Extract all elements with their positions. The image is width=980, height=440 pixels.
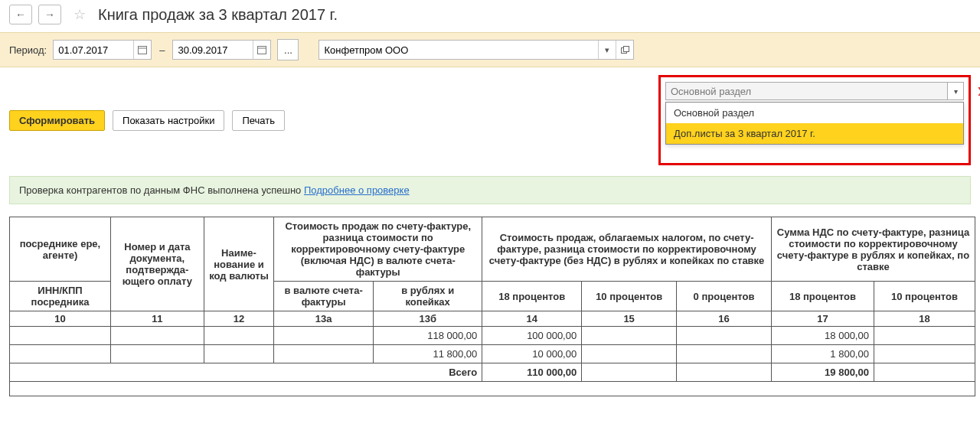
col11-header: Номер и дата документа, подтвержда­ющего… (110, 217, 204, 311)
section-dropdown-item-main[interactable]: Основной раздел (666, 103, 963, 123)
colnum-12: 12 (204, 311, 273, 327)
check-status-text: Проверка контрагентов по данным ФНС выпо… (19, 184, 304, 196)
calendar-icon[interactable] (133, 41, 151, 59)
show-settings-button[interactable]: Показать настройки (113, 110, 224, 131)
col17-header: 18 процентов (771, 282, 874, 311)
total-label: Всего (10, 363, 482, 382)
colnum-13a: 13а (274, 311, 374, 327)
section-dropdown-selected: Основной раздел (666, 86, 947, 97)
table-row: 11 800,00 10 000,00 1 800,00 (10, 345, 975, 363)
col18-header: 10 процентов (874, 282, 975, 311)
colnum-14: 14 (482, 311, 582, 327)
svg-rect-5 (623, 46, 629, 51)
chevron-down-icon[interactable]: ▾ (947, 83, 963, 99)
section-dropdown-item-additional[interactable]: Доп.листы за 3 квартал 2017 г. (666, 123, 963, 144)
col14-16-header-top: Стоимость продаж, облагаемых налогом, по… (482, 217, 772, 282)
check-status-bar: Проверка контрагентов по данным ФНС выпо… (9, 176, 971, 204)
cell-13b: 11 800,00 (374, 345, 482, 363)
generate-button[interactable]: Сформировать (9, 110, 105, 131)
date-from-input[interactable] (54, 44, 133, 56)
period-bar: Период: – ... ▾ (0, 32, 980, 67)
date-to-field[interactable] (172, 40, 271, 60)
cell-17: 18 000,00 (771, 327, 874, 345)
period-label: Период: (9, 44, 47, 56)
colnum-11: 11 (110, 311, 204, 327)
print-button[interactable]: Печать (232, 110, 285, 131)
col17-18-header-top: Сумма НДС по счету-фактуре, разница стои… (771, 217, 975, 282)
section-dropdown-highlight: Основной раздел ▾ Основной раздел Доп.ли… (658, 75, 971, 165)
colnum-18: 18 (874, 311, 975, 327)
col13-header-top: Стоимость продаж по счету-фактуре, разни… (274, 217, 482, 282)
svg-rect-2 (258, 47, 266, 54)
cell-13b: 118 000,00 (374, 327, 482, 345)
table-row: 118 000,00 100 000,00 18 000,00 (10, 327, 975, 345)
colnum-17: 17 (771, 311, 874, 327)
col15-header: 10 процентов (582, 282, 677, 311)
section-dropdown-list: Основной раздел Доп.листы за 3 квартал 2… (665, 102, 964, 145)
table-spacer (10, 382, 975, 396)
colnum-10: 10 (10, 311, 111, 327)
section-dropdown[interactable]: Основной раздел ▾ (665, 82, 964, 100)
favorite-star-icon[interactable]: ☆ (72, 7, 87, 22)
cell-14: 100 000,00 (482, 327, 582, 345)
check-status-link[interactable]: Подробнее о проверке (304, 184, 410, 196)
col10-header-sub: ИНН/КПП посредника (10, 282, 111, 311)
col10-header-top: посреднике ере, агенте) (10, 217, 111, 282)
calendar-icon[interactable] (253, 41, 270, 59)
col14-header: 18 процентов (482, 282, 582, 311)
report-table: посреднике ере, агенте) Номер и дата док… (9, 217, 975, 396)
date-from-field[interactable] (53, 40, 152, 60)
table-total-row: Всего 110 000,00 19 800,00 (10, 363, 975, 382)
organization-field[interactable]: ▾ (318, 40, 634, 60)
cell-14: 10 000,00 (482, 345, 582, 363)
report-table-wrap: посреднике ере, агенте) Номер и дата док… (9, 217, 980, 396)
date-to-input[interactable] (173, 44, 253, 56)
page-title: Книга продаж за 3 квартал 2017 г. (98, 6, 338, 24)
total-14: 110 000,00 (482, 363, 582, 382)
colnum-15: 15 (582, 311, 677, 327)
cell-17: 1 800,00 (771, 345, 874, 363)
period-more-button[interactable]: ... (277, 39, 299, 60)
organization-input[interactable] (319, 44, 598, 56)
colnum-16: 16 (677, 311, 772, 327)
col13b-header: в рублях и копейках (374, 282, 482, 311)
colnum-13b: 13б (374, 311, 482, 327)
col13a-header: в валюте счета-фактуры (274, 282, 374, 311)
period-dash: – (158, 44, 166, 56)
total-17: 19 800,00 (771, 363, 874, 382)
dropdown-caret-icon[interactable]: ▾ (598, 41, 616, 59)
col16-header: 0 процентов (677, 282, 772, 311)
nav-back-button[interactable]: ← (9, 5, 32, 24)
open-link-icon[interactable] (616, 41, 633, 59)
nav-forward-button[interactable]: → (38, 5, 61, 24)
svg-rect-0 (139, 47, 147, 54)
col12-header: Наиме­нование и код валюты (204, 217, 273, 311)
